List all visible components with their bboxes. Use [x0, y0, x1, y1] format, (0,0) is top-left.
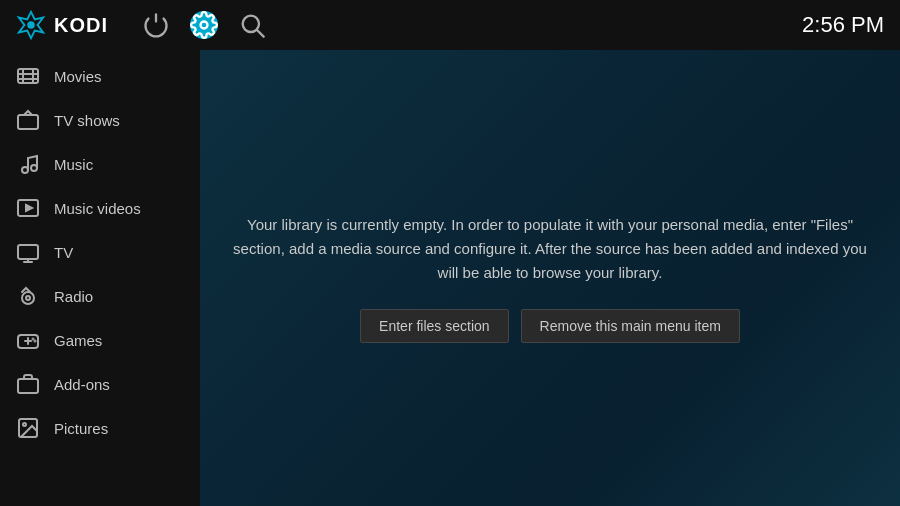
svg-point-18	[22, 292, 34, 304]
music-icon	[16, 152, 40, 176]
search-icon[interactable]	[238, 11, 266, 39]
sidebar-item-musicvideos[interactable]: Music videos	[0, 186, 200, 230]
main-area: Movies TV shows Music	[0, 50, 900, 506]
addons-icon	[16, 372, 40, 396]
top-bar-left: KODI	[16, 10, 266, 40]
tv-shows-icon	[16, 108, 40, 132]
svg-point-23	[33, 339, 34, 340]
sidebar-item-addons-label: Add-ons	[54, 376, 110, 393]
enter-files-section-button[interactable]: Enter files section	[360, 309, 509, 343]
sidebar-item-tv[interactable]: TV	[0, 230, 200, 274]
sidebar-item-tvshows-label: TV shows	[54, 112, 120, 129]
pictures-icon	[16, 416, 40, 440]
sidebar-item-movies[interactable]: Movies	[0, 54, 200, 98]
button-row: Enter files section Remove this main men…	[230, 309, 870, 343]
sidebar-item-radio[interactable]: Radio	[0, 274, 200, 318]
clock: 2:56 PM	[802, 12, 884, 38]
message-box: Your library is currently empty. In orde…	[230, 213, 870, 343]
sidebar-item-music[interactable]: Music	[0, 142, 200, 186]
sidebar-item-music-label: Music	[54, 156, 93, 173]
content-area: Your library is currently empty. In orde…	[200, 50, 900, 506]
sidebar-item-pictures[interactable]: Pictures	[0, 406, 200, 450]
sidebar-item-games[interactable]: Games	[0, 318, 200, 362]
power-icon[interactable]	[142, 11, 170, 39]
tv-icon	[16, 240, 40, 264]
kodi-logo-text: KODI	[54, 14, 108, 37]
top-bar: KODI 2:5	[0, 0, 900, 50]
sidebar: Movies TV shows Music	[0, 50, 200, 506]
music-videos-icon	[16, 196, 40, 220]
sidebar-item-tvshows[interactable]: TV shows	[0, 98, 200, 142]
svg-marker-14	[26, 205, 32, 211]
sidebar-item-musicvideos-label: Music videos	[54, 200, 141, 217]
remove-menu-item-button[interactable]: Remove this main menu item	[521, 309, 740, 343]
games-icon	[16, 328, 40, 352]
svg-point-19	[26, 296, 30, 300]
svg-point-26	[23, 423, 26, 426]
sidebar-item-tv-label: TV	[54, 244, 73, 261]
sidebar-item-pictures-label: Pictures	[54, 420, 108, 437]
sidebar-item-games-label: Games	[54, 332, 102, 349]
settings-icon[interactable]	[190, 11, 218, 39]
sidebar-item-addons[interactable]: Add-ons	[0, 362, 200, 406]
svg-rect-15	[18, 245, 38, 259]
svg-point-24	[35, 341, 36, 342]
radio-icon	[16, 284, 40, 308]
kodi-logo-icon	[16, 10, 46, 40]
svg-rect-10	[18, 115, 38, 129]
svg-line-4	[257, 30, 263, 36]
svg-point-1	[27, 21, 35, 29]
sidebar-item-radio-label: Radio	[54, 288, 93, 305]
top-nav	[142, 11, 266, 39]
kodi-logo: KODI	[16, 10, 108, 40]
library-empty-message: Your library is currently empty. In orde…	[230, 213, 870, 285]
movies-icon	[16, 64, 40, 88]
svg-point-2	[201, 22, 208, 29]
svg-rect-5	[18, 69, 38, 83]
sidebar-item-movies-label: Movies	[54, 68, 102, 85]
